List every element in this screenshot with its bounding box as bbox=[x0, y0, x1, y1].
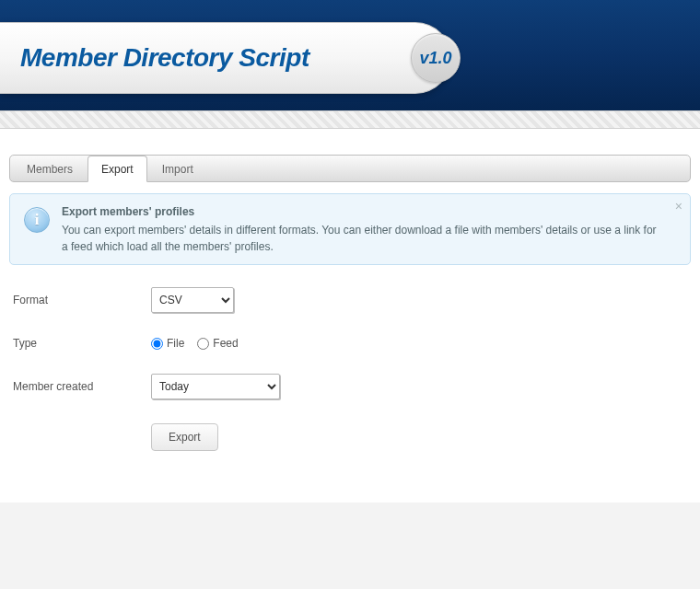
info-icon-glyph: i bbox=[35, 211, 40, 229]
info-icon: i bbox=[24, 207, 50, 233]
footer-band bbox=[0, 502, 700, 589]
info-box: i Export members' profiles You can expor… bbox=[9, 193, 691, 265]
type-radio-feed[interactable]: Feed bbox=[197, 337, 238, 350]
row-format: Format CSV bbox=[13, 287, 687, 313]
header-pill: Member Directory Script bbox=[0, 22, 451, 94]
main-content: Members Export Import i Export members' … bbox=[0, 129, 700, 502]
tab-export[interactable]: Export bbox=[88, 156, 147, 182]
tab-members[interactable]: Members bbox=[14, 156, 86, 181]
info-body: You can export members' details in diffe… bbox=[62, 224, 657, 253]
info-title: Export members' profiles bbox=[62, 203, 662, 220]
format-label: Format bbox=[13, 294, 151, 306]
version-badge: v1.0 bbox=[411, 33, 461, 83]
row-created: Member created Today bbox=[13, 374, 687, 399]
type-radio-file[interactable]: File bbox=[151, 337, 184, 350]
app-title: Member Directory Script bbox=[20, 43, 309, 73]
type-radio-file-label: File bbox=[167, 337, 184, 350]
format-select[interactable]: CSV bbox=[151, 287, 234, 313]
tab-import[interactable]: Import bbox=[149, 156, 206, 181]
type-radio-file-input[interactable] bbox=[151, 338, 163, 350]
close-icon[interactable]: × bbox=[675, 200, 682, 213]
info-text: Export members' profiles You can export … bbox=[52, 203, 662, 255]
app-header: Member Directory Script v1.0 bbox=[0, 0, 700, 110]
export-button[interactable]: Export bbox=[151, 423, 218, 451]
type-radio-feed-label: Feed bbox=[213, 337, 238, 350]
created-select[interactable]: Today bbox=[151, 374, 280, 399]
row-type: Type File Feed bbox=[13, 337, 687, 350]
created-label: Member created bbox=[13, 380, 151, 393]
divider-stripe bbox=[0, 110, 700, 129]
row-submit: Export bbox=[13, 423, 687, 451]
tabs-bar: Members Export Import bbox=[9, 155, 691, 182]
export-form: Format CSV Type File Feed Member bbox=[9, 265, 691, 451]
info-icon-wrap: i bbox=[21, 203, 52, 233]
type-label: Type bbox=[13, 337, 151, 350]
version-text: v1.0 bbox=[419, 49, 451, 68]
type-radio-feed-input[interactable] bbox=[197, 338, 209, 350]
